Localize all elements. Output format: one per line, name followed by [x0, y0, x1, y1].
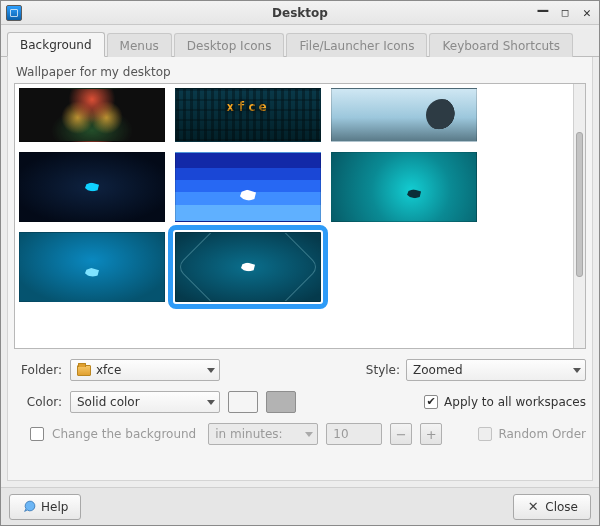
dialog-action-bar: Help ✕ Close [1, 487, 599, 525]
row-color-apply: Color: Solid color Apply to all workspac… [14, 389, 586, 415]
interval-decrement-button[interactable]: − [390, 423, 412, 445]
chevron-down-icon [573, 368, 581, 373]
help-icon [22, 500, 36, 514]
help-button[interactable]: Help [9, 494, 81, 520]
wallpaper-item[interactable] [19, 152, 165, 222]
tab-bar: Background Menus Desktop Icons File/Laun… [1, 29, 599, 57]
random-order-checkbox[interactable] [478, 427, 492, 441]
chevron-down-icon [207, 400, 215, 405]
desktop-settings-window: Desktop – □ ✕ Background Menus Desktop I… [0, 0, 600, 526]
change-background-unit-value: in minutes: [215, 427, 282, 441]
wallpaper-grid: xfce [19, 88, 581, 302]
wallpaper-item[interactable] [331, 152, 477, 222]
window-title: Desktop [1, 6, 599, 20]
window-buttons: – □ ✕ [535, 4, 595, 20]
app-icon [6, 5, 22, 21]
secondary-color-button[interactable] [266, 391, 296, 413]
minimize-button[interactable]: – [535, 4, 551, 20]
help-button-label: Help [41, 500, 68, 514]
change-background-label: Change the background [52, 427, 196, 441]
wallpaper-list: xfce [14, 83, 586, 349]
row-change-background: Change the background in minutes: 10 − +… [14, 421, 586, 447]
wallpaper-item[interactable] [19, 88, 165, 142]
color-mode-value: Solid color [77, 395, 140, 409]
tab-menus[interactable]: Menus [107, 33, 172, 57]
change-background-interval-value: 10 [333, 427, 379, 441]
folder-combo[interactable]: xfce [70, 359, 220, 381]
close-window-button[interactable]: ✕ [579, 4, 595, 20]
change-background-unit-combo[interactable]: in minutes: [208, 423, 318, 445]
primary-color-button[interactable] [228, 391, 258, 413]
wallpaper-item[interactable] [175, 152, 321, 222]
wallpaper-scrollbar[interactable] [573, 84, 585, 348]
maximize-button[interactable]: □ [557, 4, 573, 20]
color-mode-combo[interactable]: Solid color [70, 391, 220, 413]
folder-value: xfce [96, 363, 121, 377]
tab-desktop-icons[interactable]: Desktop Icons [174, 33, 285, 57]
style-value: Zoomed [413, 363, 463, 377]
wallpaper-heading: Wallpaper for my desktop [16, 65, 586, 79]
wallpaper-item-selected[interactable] [175, 232, 321, 302]
apply-all-workspaces-checkbox[interactable] [424, 395, 438, 409]
wallpaper-item[interactable] [331, 88, 477, 142]
folder-icon [77, 365, 91, 376]
tab-content-background: Wallpaper for my desktop xfce [7, 57, 593, 481]
change-background-interval-spin[interactable]: 10 [326, 423, 382, 445]
style-label: Style: [366, 363, 400, 377]
color-label: Color: [14, 395, 62, 409]
scrollbar-thumb[interactable] [576, 132, 583, 277]
wallpaper-item[interactable] [19, 232, 165, 302]
tab-file-launcher-icons[interactable]: File/Launcher Icons [286, 33, 427, 57]
chevron-down-icon [207, 368, 215, 373]
apply-all-workspaces-label: Apply to all workspaces [444, 395, 586, 409]
close-button-label: Close [545, 500, 578, 514]
titlebar: Desktop – □ ✕ [1, 1, 599, 25]
tab-background[interactable]: Background [7, 32, 105, 57]
style-combo[interactable]: Zoomed [406, 359, 586, 381]
close-button[interactable]: ✕ Close [513, 494, 591, 520]
random-order-label: Random Order [498, 427, 586, 441]
close-icon: ✕ [526, 500, 540, 514]
interval-increment-button[interactable]: + [420, 423, 442, 445]
wallpaper-item[interactable]: xfce [175, 88, 321, 142]
chevron-down-icon [305, 432, 313, 437]
row-folder-style: Folder: xfce Style: Zoomed [14, 357, 586, 383]
change-background-checkbox[interactable] [30, 427, 44, 441]
background-form: Folder: xfce Style: Zoomed Color: [14, 357, 586, 447]
tab-keyboard-shortcuts[interactable]: Keyboard Shortcuts [429, 33, 573, 57]
folder-label: Folder: [14, 363, 62, 377]
